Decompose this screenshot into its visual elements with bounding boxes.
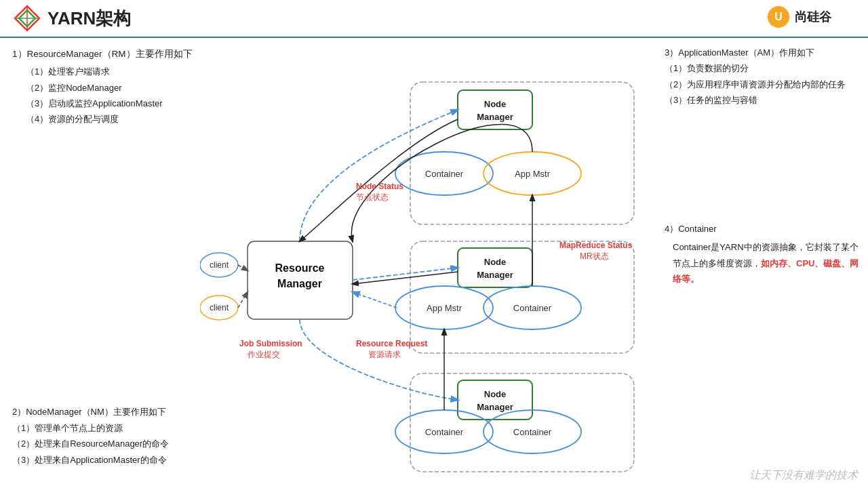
- nm-item-3: （3）处理来自ApplicationMaster的命令: [12, 452, 209, 468]
- logo-right: U 尚硅谷: [766, 3, 854, 33]
- am-item-1: （1）负责数据的切分: [665, 60, 861, 76]
- logo-left: YARN架构: [14, 5, 131, 32]
- svg-text:Container: Container: [425, 169, 464, 179]
- rm-item-1: （1）处理客户端请求: [12, 64, 198, 79]
- left-bottom-panel: 2）NodeManager（NM）主要作用如下 （1）管理单个节点上的资源 （2…: [12, 404, 209, 468]
- right-bottom-panel: 4）Container Container是YARN中的资源抽象，它封装了某个节…: [665, 221, 861, 287]
- svg-rect-16: [458, 380, 532, 420]
- container-highlight: 如内存、CPU、磁盘、网络等。: [673, 258, 859, 284]
- svg-text:Node: Node: [484, 389, 507, 399]
- am-item-3: （3）任务的监控与容错: [665, 92, 861, 108]
- svg-text:MapReduce Status: MapReduce Status: [559, 241, 633, 250]
- main-content: 1）ResourceManager（RM）主要作用如下 （1）处理客户端请求 （…: [0, 38, 868, 488]
- svg-text:client: client: [210, 260, 229, 270]
- watermark: 让天下没有难学的技术: [749, 468, 858, 483]
- svg-text:client: client: [210, 303, 229, 312]
- svg-rect-13: [458, 248, 532, 287]
- rm-item-3: （3）启动或监控ApplicationMaster: [12, 96, 198, 111]
- svg-text:Resource Request: Resource Request: [356, 339, 427, 348]
- svg-text:Manager: Manager: [477, 270, 513, 280]
- svg-text:Node Status: Node Status: [356, 182, 403, 191]
- svg-text:Manager: Manager: [277, 278, 322, 289]
- right-top-panel: 3）ApplicationMaster（AM）作用如下 （1）负责数据的切分 （…: [665, 45, 861, 108]
- svg-text:App Mstr: App Mstr: [427, 303, 462, 313]
- nm-item-1: （1）管理单个节点上的资源: [12, 420, 209, 436]
- svg-text:Container: Container: [513, 303, 552, 313]
- nm-item-2: （2）处理来自ResourceManager的命令: [12, 436, 209, 451]
- svg-text:Resource: Resource: [275, 262, 325, 274]
- page-title: YARN架构: [47, 7, 131, 30]
- header: YARN架构 U 尚硅谷: [0, 0, 868, 38]
- svg-text:Job Submission: Job Submission: [239, 339, 302, 348]
- am-item-2: （2）为应用程序申请资源并分配给内部的任务: [665, 77, 861, 92]
- svg-text:资源请求: 资源请求: [368, 350, 401, 359]
- svg-text:作业提交: 作业提交: [247, 350, 280, 359]
- rm-item-4: （4）资源的分配与调度: [12, 111, 198, 127]
- svg-line-38: [238, 265, 248, 270]
- svg-line-42: [353, 292, 397, 308]
- svg-text:MR状态: MR状态: [580, 251, 609, 261]
- svg-text:Node: Node: [484, 99, 507, 109]
- svg-text:节点状态: 节点状态: [356, 192, 389, 202]
- rm-section-title: 1）ResourceManager（RM）主要作用如下: [12, 46, 198, 62]
- am-section-title: 3）ApplicationMaster（AM）作用如下: [665, 45, 861, 60]
- nm-section-title: 2）NodeManager（NM）主要作用如下: [12, 404, 209, 420]
- svg-text:App Mstr: App Mstr: [515, 169, 551, 179]
- yarn-diagram: Node Manager Node Manager Node Manager C…: [200, 41, 668, 488]
- container-desc: Container是YARN中的资源抽象，它封装了某个节点上的多维度资源，如内存…: [665, 239, 861, 287]
- svg-text:Node: Node: [484, 257, 507, 267]
- atguigu-logo: U 尚硅谷: [766, 3, 854, 30]
- svg-text:Container: Container: [425, 427, 464, 437]
- rm-item-2: （2）监控NodeManager: [12, 80, 198, 96]
- svg-text:尚硅谷: 尚硅谷: [795, 10, 832, 24]
- svg-text:Manager: Manager: [477, 402, 513, 412]
- container-section-title: 4）Container: [665, 221, 861, 237]
- svg-text:Manager: Manager: [477, 112, 513, 122]
- svg-text:U: U: [774, 11, 783, 22]
- svg-text:Container: Container: [513, 427, 552, 437]
- svg-line-39: [238, 292, 248, 308]
- svg-rect-10: [458, 90, 532, 129]
- yarn-logo-icon: [14, 5, 41, 32]
